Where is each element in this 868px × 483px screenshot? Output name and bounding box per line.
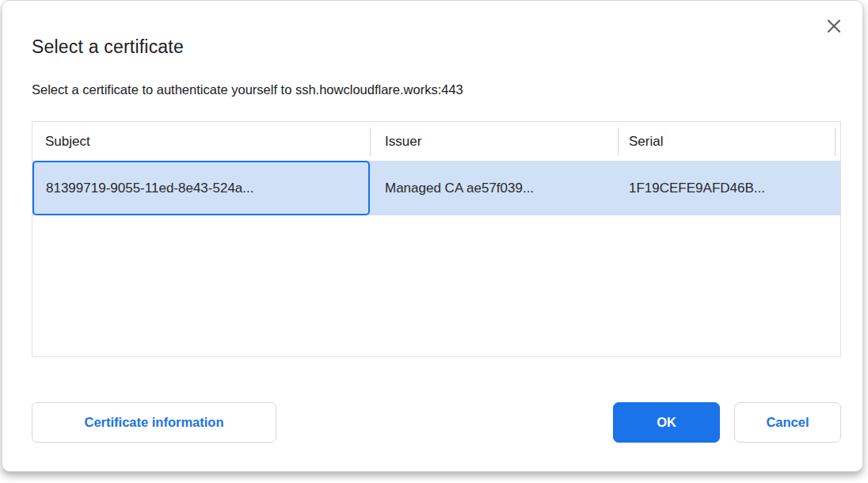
close-icon [827, 19, 841, 36]
table-header-row: Subject Issuer Serial [32, 122, 840, 161]
close-button[interactable] [824, 18, 843, 37]
dialog-subtitle: Select a certificate to authenticate you… [32, 82, 463, 97]
certificate-select-dialog: Select a certificate Select a certificat… [2, 0, 863, 472]
ok-button[interactable]: OK [613, 402, 720, 443]
cancel-button[interactable]: Cancel [734, 402, 841, 443]
column-header-serial-label: Serial [629, 134, 663, 150]
certificate-serial-cell[interactable]: 1F19CEFE9AFD46B... [618, 161, 835, 215]
certificate-issuer-cell[interactable]: Managed CA ae57f039... [370, 161, 618, 215]
certificate-table: Subject Issuer Serial 81399719-9055-11ed… [32, 121, 841, 357]
screenshot-canvas: Select a certificate Select a certificat… [0, 0, 868, 483]
certificate-information-button[interactable]: Certificate information [32, 402, 276, 443]
column-separator [618, 127, 619, 156]
column-header-subject[interactable]: Subject [32, 122, 370, 161]
column-header-issuer-label: Issuer [385, 134, 421, 150]
column-header-serial[interactable]: Serial [618, 122, 835, 161]
column-header-issuer[interactable]: Issuer [370, 122, 618, 161]
certificate-row-selected[interactable]: 81399719-9055-11ed-8e43-524a... Managed … [32, 161, 840, 215]
column-separator [370, 127, 371, 156]
scrollbar-gutter [835, 122, 840, 161]
certificate-subject-cell[interactable]: 81399719-9055-11ed-8e43-524a... [32, 161, 370, 215]
column-separator [835, 127, 836, 156]
dialog-title: Select a certificate [32, 36, 184, 58]
